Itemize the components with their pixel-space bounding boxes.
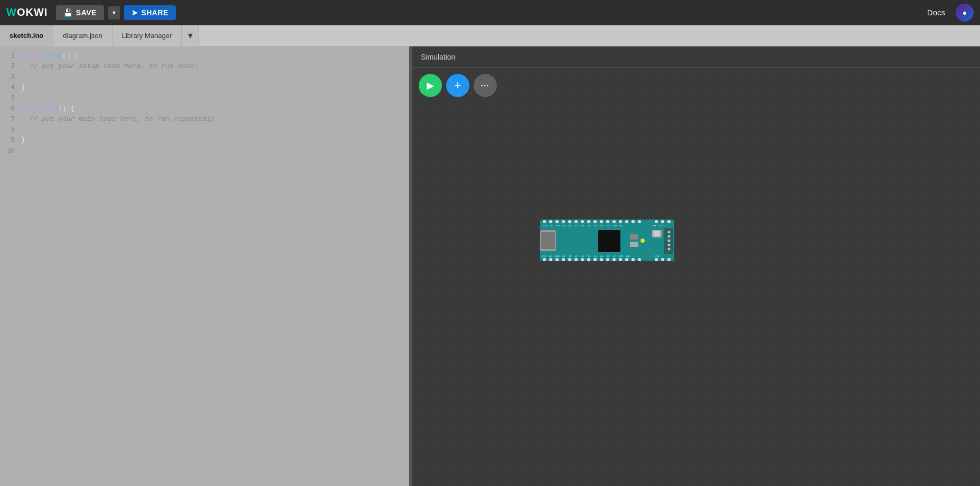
svg-text:A5: A5 — [594, 255, 597, 258]
svg-point-34 — [632, 258, 635, 261]
svg-text:A2: A2 — [575, 255, 578, 258]
svg-text:D9: D9 — [562, 224, 565, 227]
dropdown-arrow-icon: ▾ — [112, 9, 116, 16]
share-label: SHARE — [141, 8, 168, 17]
avatar-icon: ● — [963, 8, 967, 17]
svg-rect-40 — [541, 232, 555, 249]
simulation-panel: Simulation ▶ + ●●● — [412, 46, 980, 486]
svg-point-1 — [543, 220, 546, 223]
svg-text:GND: GND — [626, 255, 630, 258]
code-line-10: 10 — [0, 146, 409, 156]
svg-text:RST: RST — [619, 255, 624, 258]
add-icon: + — [455, 79, 461, 92]
tab-diagram-label: diagram.json — [63, 32, 102, 40]
svg-point-13 — [619, 220, 622, 223]
tab-sketch-label: sketch.ino — [10, 32, 43, 40]
svg-text:D7: D7 — [575, 224, 578, 227]
docs-link[interactable]: Docs — [927, 8, 945, 17]
svg-text:D13: D13 — [542, 255, 546, 258]
svg-point-17 — [655, 220, 658, 223]
more-icon: ●●● — [481, 84, 490, 87]
svg-point-25 — [574, 258, 578, 261]
svg-text:RST: RST — [619, 224, 624, 227]
save-dropdown-button[interactable]: ▾ — [108, 6, 120, 20]
svg-point-14 — [625, 220, 628, 223]
editor-panel: 1 void setup() { 2 // put your setup cod… — [0, 46, 409, 486]
svg-point-4 — [562, 220, 565, 223]
svg-point-22 — [555, 258, 559, 261]
svg-point-16 — [638, 220, 641, 223]
code-line-6: 6 void loop() { — [0, 103, 409, 114]
svg-point-20 — [543, 258, 546, 261]
play-button[interactable]: ▶ — [419, 74, 442, 97]
svg-point-23 — [562, 258, 565, 261]
svg-text:D3: D3 — [600, 224, 603, 227]
tabbar: sketch.ino diagram.json Library Manager … — [0, 25, 980, 46]
svg-point-15 — [632, 220, 635, 223]
code-line-2: 2 // put your setup code here, to run on… — [0, 61, 409, 72]
simulation-body[interactable]: ▶ + ●●● — [412, 68, 980, 486]
svg-text:D6: D6 — [581, 224, 584, 227]
svg-text:TX1: TX1 — [659, 224, 663, 227]
svg-point-48 — [668, 231, 671, 234]
svg-text:A0: A0 — [562, 255, 565, 258]
code-editor[interactable]: 1 void setup() { 2 // put your setup cod… — [0, 46, 409, 486]
svg-text:A3: A3 — [581, 255, 584, 258]
svg-text:D8: D8 — [569, 224, 571, 227]
code-line-5: 5 — [0, 93, 409, 103]
svg-point-31 — [612, 258, 616, 261]
svg-point-21 — [549, 258, 552, 261]
svg-point-3 — [555, 220, 559, 223]
user-avatar[interactable]: ● — [956, 4, 974, 22]
code-line-9: 9 } — [0, 135, 409, 146]
play-icon: ▶ — [427, 80, 434, 91]
app-logo[interactable]: WOKWI — [6, 6, 48, 18]
svg-rect-43 — [630, 242, 638, 247]
svg-point-8 — [587, 220, 590, 223]
svg-text:GND: GND — [613, 224, 617, 227]
svg-point-37 — [661, 258, 664, 261]
simulation-title: Simulation — [421, 53, 972, 61]
svg-point-49 — [668, 235, 671, 238]
svg-text:RX0: RX0 — [653, 224, 657, 227]
svg-point-10 — [600, 220, 603, 223]
svg-point-32 — [619, 258, 622, 261]
svg-point-44 — [640, 239, 645, 243]
main-area: 1 void setup() { 2 // put your setup cod… — [0, 46, 980, 486]
svg-point-9 — [593, 220, 597, 223]
svg-point-5 — [568, 220, 571, 223]
tab-diagram[interactable]: diagram.json — [53, 25, 112, 46]
tab-more-dropdown[interactable]: ▼ — [182, 25, 199, 46]
tab-dropdown-icon: ▼ — [186, 31, 194, 41]
tab-library-label: Library Manager — [122, 32, 172, 40]
svg-text:D13: D13 — [543, 224, 548, 227]
share-icon: ➤ — [131, 8, 138, 17]
svg-point-2 — [549, 220, 552, 223]
save-icon: 💾 — [63, 8, 73, 17]
svg-text:D10: D10 — [556, 224, 560, 227]
svg-rect-41 — [598, 230, 620, 252]
add-component-button[interactable]: + — [446, 74, 469, 97]
logo-w: W — [6, 6, 17, 18]
svg-point-7 — [581, 220, 584, 223]
svg-point-52 — [668, 248, 671, 251]
navbar: WOKWI 💾 SAVE ▾ ➤ SHARE Docs ● — [0, 0, 980, 25]
board-svg: D13 D11 D10 D9 D8 D7 D6 D5 D4 D3 D2 GND … — [539, 215, 675, 266]
arduino-nano-board[interactable]: D13 D11 D10 D9 D8 D7 D6 D5 D4 D3 D2 GND … — [539, 215, 675, 266]
svg-text:A1: A1 — [569, 255, 571, 258]
code-line-1: 1 void setup() { — [0, 51, 409, 61]
tab-sketch[interactable]: sketch.ino — [0, 25, 53, 46]
svg-point-27 — [587, 258, 590, 261]
svg-rect-46 — [654, 231, 660, 236]
svg-point-18 — [661, 220, 664, 223]
svg-point-50 — [668, 240, 671, 242]
save-label: SAVE — [76, 8, 97, 17]
svg-point-36 — [655, 258, 658, 261]
svg-text:A6: A6 — [600, 255, 603, 258]
code-line-8: 8 — [0, 125, 409, 135]
more-options-button[interactable]: ●●● — [474, 74, 497, 97]
share-button[interactable]: ➤ SHARE — [124, 5, 176, 20]
svg-text:D2: D2 — [607, 224, 609, 227]
save-button[interactable]: 💾 SAVE — [56, 5, 104, 20]
tab-library[interactable]: Library Manager — [112, 25, 182, 46]
